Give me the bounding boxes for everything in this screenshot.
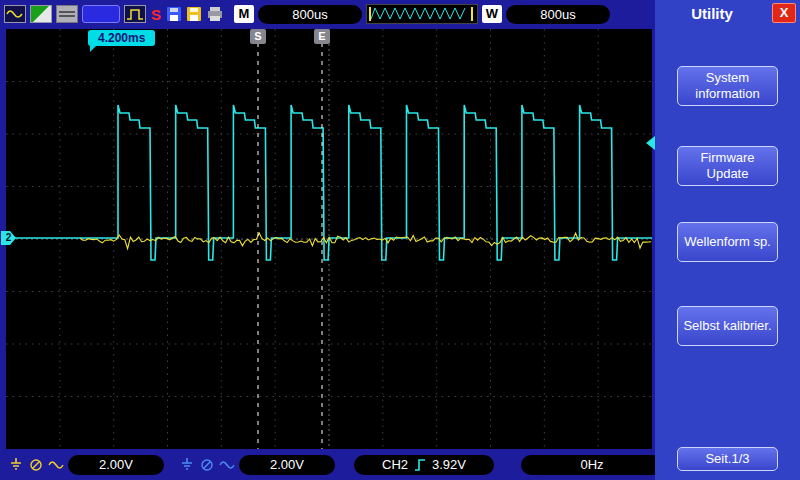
menu-button-waveform-save[interactable]: Wellenform sp. (677, 222, 778, 262)
topbar: S M 800us W 800us (0, 0, 655, 28)
ch2-bandwidth-icon (219, 457, 235, 473)
main-timebase-badge: M (234, 5, 254, 23)
trigger-readout: CH2 3.92V (354, 455, 494, 475)
single-trigger-indicator: S (150, 6, 162, 23)
ch1-waveform-icon (4, 5, 26, 23)
menu-button-system-information[interactable]: System information (677, 66, 778, 106)
status-bar: 2.00V 2.00V CH2 3.92V 0Hz (0, 450, 655, 480)
run-stop-icon (30, 5, 52, 23)
frequency-readout: 0Hz (521, 455, 663, 475)
utility-menu-panel: Utility X System information Firmware Up… (655, 0, 800, 480)
menu-button-label: Selbst kalibrier. (683, 318, 771, 334)
ch1-status: 2.00V (8, 455, 174, 475)
delay-readout: 4.200ms (88, 30, 155, 46)
ch1-scale-readout: 2.00V (68, 455, 164, 475)
ch2-status: 2.00V (179, 455, 345, 475)
ch2-scale-readout: 2.00V (239, 455, 335, 475)
trigger-level-value: 3.92V (432, 455, 466, 475)
cursor-start-tag[interactable]: S (250, 29, 266, 44)
save-disk-blue-icon (166, 6, 182, 22)
ch1-ground-coupling-icon (8, 457, 24, 473)
save-disk-yellow-icon (186, 6, 202, 22)
hardcopy-icon (56, 5, 78, 23)
window-timebase-readout: 800us (506, 5, 610, 24)
menu-title: Utility (655, 5, 769, 22)
page-button[interactable]: Seit.1/3 (677, 447, 778, 471)
ch2-ground-coupling-icon (179, 457, 195, 473)
trigger-source: CH2 (382, 455, 408, 475)
close-icon[interactable]: X (772, 3, 796, 23)
menu-button-firmware-update[interactable]: Firmware Update (677, 146, 778, 186)
trigger-level-marker[interactable] (646, 136, 655, 150)
ch1-probe-icon (28, 457, 44, 473)
menu-button-label: System information (681, 70, 774, 101)
cursor-end-tag[interactable]: E (314, 29, 330, 44)
waveform-preview (366, 4, 478, 24)
waveform-display: 4.200ms S E 2 (6, 29, 652, 449)
rising-edge-icon (414, 457, 426, 473)
window-timebase-badge: W (482, 5, 502, 23)
ch2-probe-icon (199, 457, 215, 473)
graticule (6, 29, 652, 449)
ch1-bandwidth-icon (48, 457, 64, 473)
menu-button-label: Firmware Update (681, 150, 774, 181)
status-readout-pill (82, 5, 120, 23)
menu-button-self-calibration[interactable]: Selbst kalibrier. (677, 306, 778, 346)
oscilloscope-screen: S M 800us W 800us 4.200ms S E 2 (0, 0, 800, 480)
printer-icon (206, 6, 222, 22)
main-timebase-readout: 800us (258, 5, 362, 24)
menu-button-label: Wellenform sp. (684, 234, 770, 250)
pulse-mode-icon (124, 5, 146, 23)
